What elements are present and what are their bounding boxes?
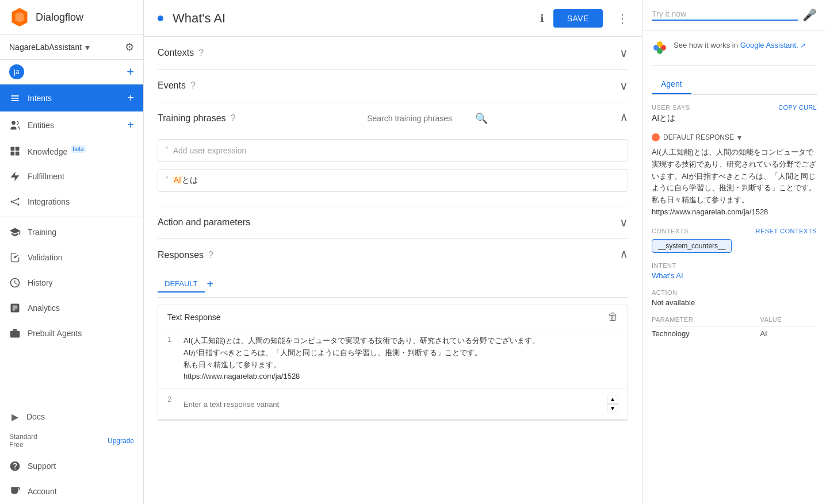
ga-external-link-icon[interactable]: ↗ <box>800 41 806 49</box>
sidebar-item-knowledge[interactable]: Knowledge beta <box>0 138 143 164</box>
action-parameters-title: Action and parameters <box>158 217 250 228</box>
sidebar: Dialogflow NagareLabAssistant ▾ ⚙ ja + I… <box>0 0 144 504</box>
sidebar-item-fulfillment[interactable]: Fulfillment <box>0 164 143 189</box>
svg-line-11 <box>13 202 17 204</box>
training-phrases-list: " Add user expression " AIとは <box>158 134 628 206</box>
add-intent-button[interactable]: + <box>127 91 134 105</box>
sidebar-item-support[interactable]: Support <box>0 453 143 479</box>
training-phrase-row[interactable]: " AIとは <box>158 169 628 192</box>
try-it-now-input[interactable] <box>652 9 752 18</box>
text-response-box: Text Response 🗑 1 AI(人工知能)とは、人間の知能をコンピュー… <box>158 305 628 420</box>
search-training-phrases-input[interactable] <box>367 114 471 123</box>
events-label: Events <box>158 80 186 91</box>
sidebar-item-training[interactable]: Training <box>0 220 143 245</box>
contexts-panel-label: CONTEXTS <box>652 228 689 234</box>
default-response-chevron-icon[interactable]: ▾ <box>737 133 741 142</box>
training-phrases-help-icon[interactable]: ? <box>231 113 236 124</box>
sidebar-nav: Intents + Entities + Knowledge beta Fulf… <box>0 84 143 346</box>
sidebar-item-knowledge-label: Knowledge beta <box>28 146 134 156</box>
default-response-label: DEFAULT RESPONSE <box>663 133 734 141</box>
add-entity-button[interactable]: + <box>127 118 134 132</box>
agent-tabs: Agent <box>652 75 817 95</box>
agent-tab[interactable]: Agent <box>652 75 691 94</box>
user-says-text: AIとは <box>652 113 817 124</box>
contexts-title: Contexts ? <box>158 48 204 58</box>
save-button[interactable]: SAVE <box>553 9 603 28</box>
stepper-down[interactable]: ▼ <box>607 404 618 413</box>
training-icon <box>9 226 21 238</box>
response-text-1[interactable]: AI(人工知能)とは、人間の知能をコンピュータで実現する技術であり、研究されてい… <box>183 335 618 383</box>
param-value-1: AI <box>760 326 817 340</box>
svg-point-9 <box>17 203 19 205</box>
param-name-1: Technology <box>652 326 760 340</box>
agent-settings-icon[interactable]: ⚙ <box>125 41 134 53</box>
copy-curl-button[interactable]: COPY CURL <box>778 104 817 111</box>
add-expression-row[interactable]: " Add user expression <box>158 139 628 162</box>
contexts-header[interactable]: Contexts ? ∨ <box>158 37 628 69</box>
sidebar-item-prebuilt-agents[interactable]: Prebuilt Agents <box>0 321 143 346</box>
action-panel-value: Not available <box>652 298 817 307</box>
intent-info-icon[interactable]: ℹ <box>540 12 544 25</box>
sidebar-item-history[interactable]: History <box>0 270 143 295</box>
upgrade-link[interactable]: Upgrade <box>108 437 134 445</box>
agent-language-badge[interactable]: ja <box>9 64 24 79</box>
sidebar-item-docs[interactable]: ▶ Docs <box>0 405 143 428</box>
responses-collapse-icon[interactable]: ∨ <box>620 248 628 262</box>
docs-icon: ▶ <box>9 411 21 422</box>
intent-body: Contexts ? ∨ Events ? ∨ Training phrases <box>144 37 642 504</box>
docs-label: Docs <box>26 412 45 421</box>
response-input-2[interactable] <box>183 395 600 413</box>
contexts-help-icon[interactable]: ? <box>198 48 204 58</box>
reset-contexts-button[interactable]: RESET CONTEXTS <box>756 228 817 234</box>
contexts-collapse-icon[interactable]: ∨ <box>620 46 628 60</box>
sidebar-item-intents-label: Intents <box>28 94 120 103</box>
add-language-button[interactable]: + <box>127 64 134 79</box>
more-options-icon[interactable]: ⋮ <box>617 11 628 25</box>
agent-name-text: NagareLabAssistant <box>9 43 82 52</box>
value-column-header: VALUE <box>760 316 817 327</box>
intent-title: What's AI <box>173 11 531 26</box>
default-response-tab[interactable]: DEFAULT <box>158 276 205 293</box>
training-phrases-collapse-icon[interactable]: ∨ <box>620 111 628 125</box>
events-header[interactable]: Events ? ∨ <box>158 70 628 102</box>
sidebar-item-integrations[interactable]: Integrations <box>0 189 143 214</box>
microphone-icon[interactable]: 🎤 <box>802 8 817 22</box>
google-assistant-link[interactable]: Google Assistant. <box>740 41 798 49</box>
sidebar-item-account[interactable]: Account <box>0 479 143 504</box>
sidebar-item-intents[interactable]: Intents + <box>0 84 143 111</box>
context-chip[interactable]: __system_counters__ <box>652 239 732 253</box>
sidebar-item-validation[interactable]: Validation <box>0 245 143 270</box>
response-number-1: 1 <box>167 335 177 383</box>
responses-label: Responses <box>158 250 204 260</box>
action-parameters-header[interactable]: Action and parameters ∨ <box>158 206 628 238</box>
training-phrases-title: Training phrases ? <box>158 113 235 124</box>
response-stepper[interactable]: ▲ ▼ <box>607 395 618 413</box>
search-icon[interactable]: 🔍 <box>475 112 488 125</box>
svg-point-7 <box>11 201 13 202</box>
try-it-now-panel: 🎤 See how it works in Google Assistant. … <box>642 0 826 504</box>
training-phrases-section: Training phrases ? 🔍 ∨ " Add user expres… <box>158 102 628 206</box>
sidebar-item-analytics[interactable]: Analytics <box>0 295 143 321</box>
try-panel-body: See how it works in Google Assistant. ↗ … <box>643 30 826 504</box>
responses-help-icon[interactable]: ? <box>208 250 213 260</box>
entities-icon <box>9 120 21 131</box>
intents-icon <box>9 93 21 104</box>
training-phrases-header: Training phrases ? 🔍 ∨ <box>158 102 628 134</box>
sidebar-item-support-label: Support <box>28 461 134 471</box>
intent-panel-value[interactable]: What's AI <box>652 271 817 280</box>
responses-tabs: DEFAULT + <box>158 271 628 298</box>
phrase-highlight: AI <box>173 175 182 184</box>
agent-dropdown-icon[interactable]: ▾ <box>85 42 90 53</box>
stepper-up[interactable]: ▲ <box>607 395 618 404</box>
events-collapse-icon[interactable]: ∨ <box>620 79 628 93</box>
knowledge-icon <box>9 145 21 157</box>
action-parameters-collapse-icon[interactable]: ∨ <box>620 216 628 229</box>
sidebar-item-history-label: History <box>28 278 134 287</box>
agent-name[interactable]: NagareLabAssistant ▾ <box>9 42 90 53</box>
default-response-text: AI(人工知能)とは、人間の知能をコンピュータで実現する技術であり、研究されてい… <box>652 147 817 218</box>
add-response-tab-button[interactable]: + <box>207 278 214 291</box>
sidebar-item-entities[interactable]: Entities + <box>0 111 143 138</box>
delete-response-icon[interactable]: 🗑 <box>608 311 618 323</box>
events-help-icon[interactable]: ? <box>190 80 196 91</box>
plan-tier: Free <box>9 441 37 449</box>
